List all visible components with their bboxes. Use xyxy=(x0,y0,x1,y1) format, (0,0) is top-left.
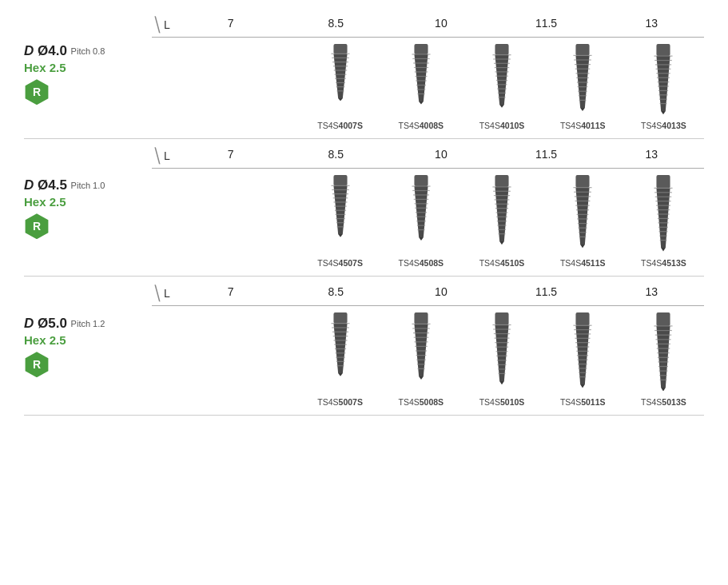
columns-row-s2: 78.51011.513 xyxy=(178,148,704,164)
code-s1-3: TS4S4011S xyxy=(543,121,623,130)
l-label: L xyxy=(164,149,170,162)
col-header-s1-0: 7 xyxy=(178,17,284,33)
code-prefix: TS4S xyxy=(560,397,581,407)
spec-title-s1: D Ø4.0 Pitch 0.8 xyxy=(24,43,152,59)
code-bold: 4007S xyxy=(339,121,363,130)
screw-img-s3-2 xyxy=(461,312,542,392)
code-bold: 4507S xyxy=(339,258,363,268)
code-bold: 4513S xyxy=(662,258,686,268)
header-row-s2: D Ø4.5 Pitch 1.0Hex 2.5R╲ L78.51011.513 … xyxy=(24,147,704,269)
col-header-s3-1: 8.5 xyxy=(283,285,388,301)
screw-img-s2-0 xyxy=(300,175,380,252)
svg-rect-59 xyxy=(333,175,347,185)
screw-img-s1-1 xyxy=(380,44,461,114)
col-header-s3-2: 10 xyxy=(388,285,494,301)
columns-row-s3: 78.51011.513 xyxy=(178,285,704,301)
code-prefix: TS4S xyxy=(479,121,500,130)
code-s3-0: TS4S5007S xyxy=(300,397,380,407)
header-row-s3: D Ø5.0 Pitch 1.2Hex 2.5R╲ L78.51011.513 … xyxy=(24,285,704,409)
spec-block-s2: D Ø4.5 Pitch 1.0Hex 2.5R xyxy=(24,177,152,239)
code-prefix: TS4S xyxy=(398,121,419,130)
spec-title-s3: D Ø5.0 Pitch 1.2 xyxy=(24,316,152,332)
header-row-s1: D Ø4.0 Pitch 0.8Hex 2.5R╲ L78.51011.513 … xyxy=(24,16,704,132)
col-header-s1-1: 8.5 xyxy=(283,17,388,33)
svg-rect-109 xyxy=(657,175,670,188)
code-s2-4: TS4S4513S xyxy=(623,258,704,268)
diag-symbol: ╲ xyxy=(152,147,161,165)
diag-symbol: ╲ xyxy=(152,16,161,34)
svg-rect-71 xyxy=(414,175,428,186)
code-bold: 5013S xyxy=(662,397,686,407)
screw-img-s1-2 xyxy=(461,44,542,114)
code-prefix: TS4S xyxy=(479,397,500,407)
screw-img-s1-0 xyxy=(300,44,380,114)
svg-rect-160 xyxy=(576,312,590,325)
d-label: D xyxy=(24,316,34,331)
code-prefix: TS4S xyxy=(398,397,419,407)
code-bold: 4508S xyxy=(420,258,444,268)
codes-row-s3: TS4S5007STS4S5008STS4S5010STS4S5011STS4S… xyxy=(300,397,704,407)
col-header-s3-3: 11.5 xyxy=(494,285,599,301)
diag-l-s2: ╲ L xyxy=(152,147,170,165)
code-bold: 4011S xyxy=(581,121,605,130)
hex-label-s3: Hex 2.5 xyxy=(24,333,152,347)
r-badge-s2: R xyxy=(24,213,50,239)
screw-img-s2-2 xyxy=(461,175,542,252)
code-s2-0: TS4S4507S xyxy=(300,258,380,268)
svg-rect-147 xyxy=(495,312,508,324)
code-bold: 4511S xyxy=(581,258,605,268)
images-row-s2 xyxy=(300,175,704,252)
spec-block-s1: D Ø4.0 Pitch 0.8Hex 2.5R xyxy=(24,43,152,105)
r-badge-s1: R xyxy=(24,79,50,105)
code-s2-1: TS4S4508S xyxy=(380,258,461,268)
code-s3-2: TS4S5010S xyxy=(461,397,542,407)
l-label: L xyxy=(164,287,170,300)
code-s3-1: TS4S5008S xyxy=(380,397,461,407)
screw-img-s3-0 xyxy=(300,312,380,392)
svg-rect-22 xyxy=(495,44,508,55)
code-s1-2: TS4S4010S xyxy=(461,121,542,130)
spec-title-s2: D Ø4.5 Pitch 1.0 xyxy=(24,177,152,193)
hex-label-s2: Hex 2.5 xyxy=(24,195,152,209)
svg-rect-123 xyxy=(333,312,347,324)
code-s2-2: TS4S4510S xyxy=(461,258,542,268)
svg-rect-11 xyxy=(414,44,428,54)
screw-img-s1-4 xyxy=(623,44,704,114)
svg-rect-174 xyxy=(657,312,670,326)
columns-row-s1: 78.51011.513 xyxy=(178,17,704,33)
code-bold: 5007S xyxy=(339,397,363,407)
col-header-s3-4: 13 xyxy=(599,285,704,301)
col-header-s2-1: 8.5 xyxy=(283,148,388,164)
code-prefix: TS4S xyxy=(398,258,419,268)
screw-img-s3-1 xyxy=(380,312,461,392)
col-header-s3-0: 7 xyxy=(178,285,284,301)
col-header-s1-2: 10 xyxy=(388,17,494,33)
pitch-label: Pitch 0.8 xyxy=(71,46,105,56)
col-header-s1-3: 11.5 xyxy=(494,17,599,33)
images-row-s3 xyxy=(300,312,704,392)
d-label: D xyxy=(24,43,34,58)
screw-img-s1-3 xyxy=(543,44,623,114)
pitch-label: Pitch 1.2 xyxy=(71,319,105,328)
col-header-s2-4: 13 xyxy=(599,148,704,164)
svg-rect-46 xyxy=(657,44,670,56)
code-prefix: TS4S xyxy=(560,121,581,130)
col-header-s2-0: 7 xyxy=(178,148,284,164)
screw-img-s2-3 xyxy=(543,175,623,252)
section-s1: D Ø4.0 Pitch 0.8Hex 2.5R╲ L78.51011.513 … xyxy=(24,16,704,139)
section-s3: D Ø5.0 Pitch 1.2Hex 2.5R╲ L78.51011.513 … xyxy=(24,285,704,416)
code-s3-4: TS4S5013S xyxy=(623,397,704,407)
code-s1-4: TS4S4013S xyxy=(623,121,704,130)
code-bold: 4010S xyxy=(500,121,524,130)
code-s1-0: TS4S4007S xyxy=(300,121,380,130)
code-s1-1: TS4S4008S xyxy=(380,121,461,130)
diameter: Ø4.5 xyxy=(38,177,67,193)
section-s2: D Ø4.5 Pitch 1.0Hex 2.5R╲ L78.51011.513 … xyxy=(24,147,704,277)
code-prefix: TS4S xyxy=(317,121,338,130)
codes-row-s2: TS4S4507STS4S4508STS4S4510STS4S4511STS4S… xyxy=(300,258,704,268)
d-label: D xyxy=(24,177,34,193)
diameter: Ø4.0 xyxy=(38,43,67,58)
hex-label-s1: Hex 2.5 xyxy=(24,61,152,74)
col-header-s2-3: 11.5 xyxy=(494,148,599,164)
svg-rect-135 xyxy=(414,312,428,324)
